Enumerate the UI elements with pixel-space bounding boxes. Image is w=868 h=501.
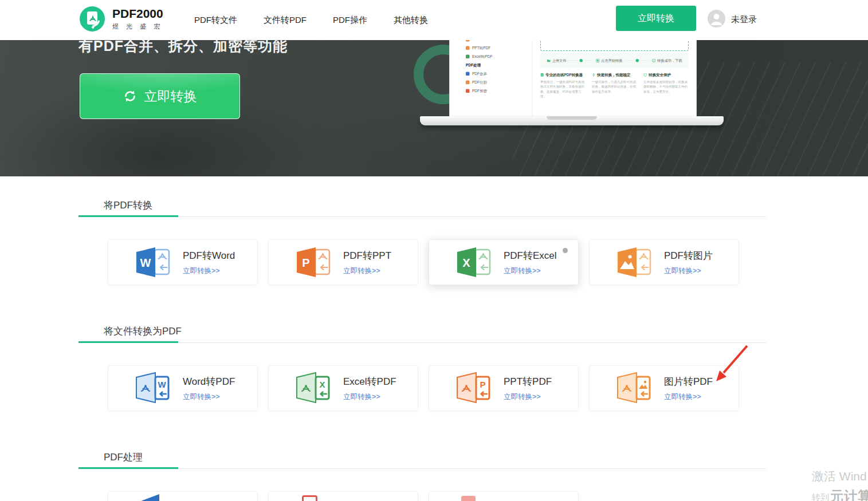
card-pdf-encrypt[interactable] <box>429 491 579 501</box>
section-divider <box>78 468 767 469</box>
mockup-sidebar: PPT转PDF Excel转PDF PDF处理 PDF合并 PDF分割 <box>450 40 532 116</box>
mockup-step-convert: 点击开始转换 <box>596 58 623 63</box>
avatar-icon[interactable] <box>708 10 725 27</box>
card-pdf-to-ppt[interactable]: P PDF转PPT 立即转换>> <box>268 239 418 285</box>
logo-title: PDF2000 <box>112 7 163 21</box>
pdf-encrypt-icon <box>461 496 476 501</box>
svg-text:W: W <box>158 380 166 389</box>
step-connector <box>585 60 593 61</box>
mockup-features: 专业的在线PDF转换器 界面简洁，一键完成PDF与其他格式文档互相转换，具备快速… <box>540 72 689 99</box>
section-divider-accent <box>78 341 178 343</box>
convert-now-link[interactable]: 立即转换>> <box>504 392 552 402</box>
card-title: PDF转Word <box>183 249 235 262</box>
header-convert-button[interactable]: 立即转换 <box>616 6 696 31</box>
card-row: W PDF转Word 立即转换>> P PDF转PPT 立即转换>> <box>108 239 739 285</box>
watermark-line2: 转到 元计算 的 <box>812 487 868 501</box>
card-title: PDF转图片 <box>664 249 713 262</box>
mockup-sidebar-label: PDF分割 <box>472 80 487 85</box>
section-divider <box>78 342 767 343</box>
card-pdf-to-word[interactable]: W PDF转Word 立即转换>> <box>108 239 258 285</box>
split-icon <box>466 80 470 84</box>
convert-now-link[interactable]: 立即转换>> <box>343 266 391 276</box>
red-annotation-arrow <box>708 344 752 387</box>
pdf-to-ppt-icon: P <box>295 246 333 279</box>
section-pdf-to-file: 将PDF转换 W PDF转Word 立即转换>> <box>78 189 767 315</box>
svg-text:P: P <box>480 380 485 389</box>
card-pdf-merge[interactable] <box>108 491 258 501</box>
convert-now-link[interactable]: 立即转换>> <box>664 266 713 276</box>
mockup-sidebar-item-split: PDF分割 <box>466 80 487 85</box>
convert-now-link[interactable]: 立即转换>> <box>504 266 557 276</box>
section-divider-accent <box>78 467 178 469</box>
section-file-to-pdf: 将文件转换为PDF W Word转PDF 立即转换>> <box>78 315 767 441</box>
merge-icon <box>466 72 470 76</box>
convert-now-link[interactable]: 立即转换>> <box>183 266 235 276</box>
lightning-icon <box>592 73 596 77</box>
header: PDF2000 煜 光 盛 宏 PDF转文件 文件转PDF PDF操作 其他转换… <box>0 0 868 40</box>
image-to-pdf-icon <box>616 372 654 405</box>
section-title: 将文件转换为PDF <box>104 325 182 338</box>
logo[interactable]: PDF2000 煜 光 盛 宏 <box>79 6 163 32</box>
shield-icon <box>643 73 647 77</box>
card-pdf-to-image[interactable]: PDF转图片 立即转换>> <box>589 239 739 285</box>
windows-activation-watermark: 激活 Wind 转到 元计算 的 <box>812 468 868 501</box>
mockup-feature: 快速转换，性能稳定 一键式操作，只需几步即可完成转换，极速内容转化快速，在线操作… <box>592 72 637 99</box>
card-word-to-pdf[interactable]: W Word转PDF 立即转换>> <box>108 365 258 411</box>
mockup-sidebar-label: PDF合并 <box>472 71 487 76</box>
login-status[interactable]: 未登录 <box>731 14 757 25</box>
ppt-icon <box>466 46 470 50</box>
mockup-sidebar-label: PPT转PDF <box>472 45 490 50</box>
card-title: PDF转PPT <box>343 249 391 262</box>
card-title: PPT转PDF <box>504 375 552 388</box>
watermark-line1: 激活 Wind <box>812 468 868 484</box>
convert-now-link[interactable]: 立即转换>> <box>183 392 235 402</box>
pdf-to-excel-icon: X <box>455 246 493 279</box>
laptop-mockup-screen: PPT转PDF Excel转PDF PDF处理 PDF合并 PDF分割 <box>450 40 696 116</box>
logo-icon <box>79 6 105 32</box>
svg-text:X: X <box>462 257 470 269</box>
card-title: PDF转Excel <box>504 249 557 262</box>
hero-convert-button[interactable]: 立即转换 <box>80 73 240 119</box>
card-title: Excel转PDF <box>343 375 396 388</box>
card-row: W Word转PDF 立即转换>> X Excel转PDF <box>108 365 739 411</box>
convert-now-link[interactable]: 立即转换>> <box>664 392 713 402</box>
card-pdf-to-excel[interactable]: X PDF转Excel 立即转换>> <box>429 239 579 285</box>
excel-to-pdf-icon: X <box>295 372 333 405</box>
doc-check-icon <box>540 73 544 77</box>
card-ppt-to-pdf[interactable]: P PPT转PDF 立即转换>> <box>429 365 579 411</box>
nav-pdf-to-file[interactable]: PDF转文件 <box>194 15 237 26</box>
mockup-step-download: 转换成功，下载 <box>652 58 682 63</box>
folder-icon <box>547 58 551 62</box>
laptop-mockup-base <box>420 116 724 125</box>
card-title: 图片转PDF <box>664 375 713 388</box>
watermark-prefix: 转到 <box>812 492 829 501</box>
section-divider-accent <box>78 215 178 217</box>
section-title: PDF处理 <box>104 451 143 464</box>
watermark-brand: 元计算 <box>830 487 868 501</box>
nav-other-conversions[interactable]: 其他转换 <box>394 15 428 26</box>
mockup-sidebar-item-cut <box>466 40 470 42</box>
hero-banner: 有PDF合并、拆分、加密等功能 立即转换 PPT转PDF <box>0 40 868 176</box>
convert-now-link[interactable]: 立即转换>> <box>343 392 396 402</box>
card-row <box>108 491 579 501</box>
mockup-feature: 专业的在线PDF转换器 界面简洁，一键完成PDF与其他格式文档互相转换，具备快速… <box>540 72 586 99</box>
mockup-sidebar-label: PDF加密 <box>472 88 487 93</box>
document-icon <box>596 58 600 62</box>
step-dot <box>579 59 583 62</box>
nav-file-to-pdf[interactable]: 文件转PDF <box>264 15 307 26</box>
doc-icon <box>466 40 470 42</box>
section-divider <box>78 216 767 217</box>
card-pdf-split[interactable] <box>268 491 418 501</box>
excel-icon <box>466 54 470 58</box>
card-excel-to-pdf[interactable]: X Excel转PDF 立即转换>> <box>268 365 418 411</box>
step-connector <box>625 60 633 61</box>
word-to-pdf-icon: W <box>135 372 172 405</box>
ppt-to-pdf-icon: P <box>455 372 493 405</box>
mockup-sidebar-group-title: PDF处理 <box>466 62 481 68</box>
svg-text:W: W <box>140 257 151 269</box>
svg-text:X: X <box>319 380 325 389</box>
nav-pdf-operations[interactable]: PDF操作 <box>333 15 367 26</box>
mockup-step-upload: 上传文件 <box>547 58 566 63</box>
pdf-merge-icon <box>138 494 160 501</box>
svg-text:P: P <box>302 257 309 269</box>
